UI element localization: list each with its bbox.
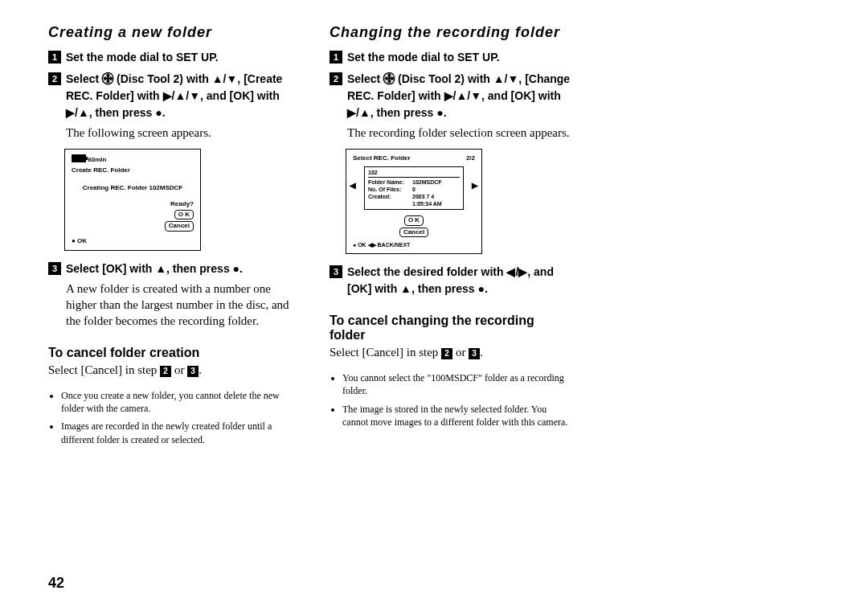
step-ref-3-icon: 3: [187, 366, 199, 377]
text-new-folder-created: A new folder is created with a number on…: [66, 281, 289, 330]
note-r1: You cannot select the "100MSDCF" folder …: [342, 371, 571, 397]
heading-changing: Changing the recording folder: [330, 24, 571, 41]
step-num-1-icon: 1: [48, 51, 61, 64]
step-3: 3 Select [OK] with ▲, then press ●.: [48, 260, 289, 277]
lcd-line1: Creating REC. Folder 102MSDCF: [72, 184, 194, 192]
note-r2: The image is stored in the newly selecte…: [342, 403, 571, 429]
lcd2-footer: ● OK ◀▶ BACK/NEXT: [353, 241, 475, 248]
column-changing-recording-folder: Changing the recording folder 1 Set the …: [330, 24, 571, 456]
lcd-ok-button: O K: [174, 210, 194, 219]
notes-left: Once you create a new folder, you cannot…: [48, 389, 289, 446]
lcd2-title: Select REC. Folder: [353, 154, 411, 162]
step-2-r: 2 Select 🕀 (Disc Tool 2) with ▲/▼, [Chan…: [330, 71, 571, 121]
subheading-cancel-creation: To cancel folder creation: [48, 346, 289, 360]
folder-number: 102: [368, 169, 460, 178]
step-1-r: 1 Set the mode dial to SET UP.: [330, 49, 571, 66]
subheading-cancel-changing: To cancel changing the recording folder: [330, 314, 571, 342]
lcd-cancel-button: Cancel: [165, 221, 194, 231]
step-3-r-text: Select the desired folder with ◀/▶, and …: [347, 264, 571, 297]
step-1: 1 Set the mode dial to SET UP.: [48, 49, 289, 66]
notes-right: You cannot select the "100MSDCF" folder …: [330, 371, 571, 429]
cancel-changing-text: Select [Cancel] in step 2 or 3.: [330, 344, 571, 360]
step-ref-2-icon: 2: [441, 348, 452, 359]
step-2-r-text: Select 🕀 (Disc Tool 2) with ▲/▼, [Change…: [347, 71, 571, 121]
step-3-r: 3 Select the desired folder with ◀/▶, an…: [330, 264, 571, 297]
cancel-creation-text: Select [Cancel] in step 2 or 3.: [48, 362, 289, 378]
battery-time: 60min: [88, 156, 106, 163]
step-2: 2 Select 🕀 (Disc Tool 2) with ▲/▼, [Crea…: [48, 71, 289, 121]
text-selection-screen: The recording folder selection screen ap…: [347, 125, 571, 141]
step-2-text: Select 🕀 (Disc Tool 2) with ▲/▼, [Create…: [66, 71, 289, 121]
step-num-2-icon: 2: [330, 72, 342, 85]
lcd2-cancel-button: Cancel: [399, 228, 428, 237]
lcd2-ok-button: O K: [404, 215, 424, 225]
step-num-3-icon: 3: [330, 265, 342, 278]
lcd2-page: 2/2: [466, 154, 475, 162]
step-1-text: Set the mode dial to SET UP.: [66, 49, 289, 66]
heading-creating: Creating a new folder: [48, 24, 289, 41]
lcd2-databox: 102 Folder Name:102MSDCF No. Of Files:0 …: [364, 166, 464, 210]
text-following-screen: The following screen appears.: [66, 125, 289, 141]
lcd-select-folder: Select REC. Folder 2/2 ◀ ▶ 102 Folder Na…: [346, 149, 482, 254]
step-ref-3-icon: 3: [469, 348, 480, 359]
battery-icon: [72, 154, 86, 162]
arrow-right-icon: ▶: [472, 180, 478, 191]
lcd-create-folder: 60min Create REC. Folder Creating REC. F…: [64, 149, 201, 251]
step-num-2-icon: 2: [48, 72, 61, 85]
step-ref-2-icon: 2: [160, 366, 171, 377]
step-num-1-icon: 1: [330, 51, 342, 64]
column-creating-new-folder: Creating a new folder 1 Set the mode dia…: [48, 24, 289, 456]
lcd-footer: ● OK: [72, 237, 194, 245]
lcd-ready: Ready?: [72, 200, 194, 208]
step-num-3-icon: 3: [48, 262, 61, 275]
arrow-left-icon: ◀: [350, 180, 356, 191]
note-2: Images are recorded in the newly created…: [61, 420, 289, 445]
lcd-title: Create REC. Folder: [72, 166, 194, 174]
step-1-r-text: Set the mode dial to SET UP.: [347, 49, 571, 66]
step-3-text: Select [OK] with ▲, then press ●.: [66, 260, 289, 277]
note-1: Once you create a new folder, you cannot…: [61, 389, 289, 415]
